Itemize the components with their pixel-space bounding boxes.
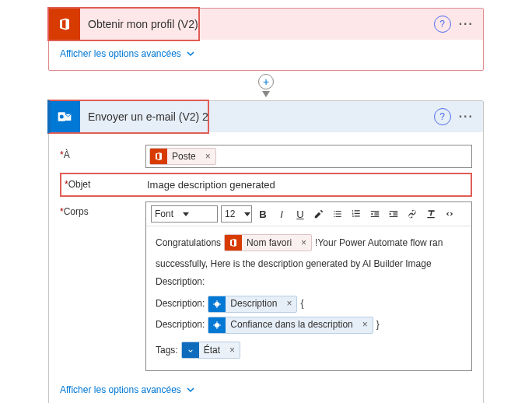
- token-confidence[interactable]: Confiance dans la description ×: [208, 317, 373, 334]
- numbered-list-button[interactable]: [348, 206, 364, 222]
- token-remove-icon[interactable]: ×: [282, 296, 296, 313]
- token-remove-icon[interactable]: ×: [201, 151, 215, 162]
- link-text: Afficher les options avancées: [60, 384, 181, 395]
- action-card-send-email: Envoyer un e-mail (V2) 2 ? ··· *À Poste …: [48, 100, 484, 403]
- token-remove-icon[interactable]: ×: [358, 317, 373, 334]
- svg-rect-4: [217, 307, 218, 308]
- link-text: Afficher les options avancées: [60, 48, 181, 59]
- token-poste[interactable]: Poste ×: [149, 148, 216, 165]
- token-etat[interactable]: État ×: [181, 342, 240, 359]
- svg-rect-5: [213, 303, 215, 304]
- token-remove-icon[interactable]: ×: [225, 342, 240, 359]
- svg-rect-10: [213, 324, 215, 325]
- ai-builder-icon: [208, 317, 226, 334]
- card-header[interactable]: Obtenir mon profil (V2) ? ···: [49, 9, 483, 40]
- highlight-box-subject: *Objet Image description generated: [60, 173, 472, 197]
- token-label: Poste: [167, 151, 201, 162]
- field-label: *À: [60, 145, 145, 160]
- format-paint-button[interactable]: [311, 206, 327, 222]
- bold-button[interactable]: B: [255, 206, 271, 222]
- font-family-select[interactable]: Font: [151, 205, 218, 223]
- arrow-down-icon: [262, 91, 270, 97]
- svg-rect-11: [219, 324, 221, 325]
- svg-point-2: [215, 302, 219, 307]
- link-button[interactable]: [404, 206, 420, 222]
- caret-down-icon: [183, 212, 189, 216]
- action-card-get-profile: Obtenir mon profil (V2) ? ··· Afficher l…: [48, 8, 484, 71]
- office-icon: [225, 234, 242, 251]
- chevron-down-icon: [186, 385, 195, 394]
- show-advanced-options-link[interactable]: Afficher les options avancées: [60, 48, 195, 59]
- help-icon[interactable]: ?: [434, 108, 451, 125]
- card-title: Envoyer un e-mail (V2) 2: [80, 110, 434, 123]
- token-label: Confiance dans la description: [226, 317, 357, 334]
- connector: +: [23, 74, 509, 97]
- more-menu-icon[interactable]: ···: [456, 110, 477, 124]
- caret-down-icon: [244, 212, 250, 216]
- subject-input[interactable]: Image description generated: [147, 176, 275, 194]
- italic-button[interactable]: I: [274, 206, 289, 222]
- font-size-select[interactable]: 12: [221, 205, 252, 223]
- show-advanced-options-link[interactable]: Afficher les options avancées: [60, 384, 195, 395]
- outdent-button[interactable]: [367, 206, 383, 222]
- clear-format-button[interactable]: [423, 206, 439, 222]
- indent-button[interactable]: [386, 206, 401, 222]
- ai-builder-icon: [208, 296, 226, 313]
- help-icon[interactable]: ?: [434, 16, 451, 33]
- editor-toolbar: Font 12 B I U: [146, 202, 471, 226]
- field-label: *Objet: [65, 176, 147, 190]
- to-input[interactable]: Poste ×: [145, 145, 472, 168]
- svg-point-7: [215, 323, 219, 328]
- state-icon: [182, 342, 199, 359]
- add-step-button[interactable]: +: [258, 74, 274, 89]
- field-row-body: *Corps Font 12 B I U: [60, 202, 472, 371]
- chevron-down-icon: [186, 49, 195, 58]
- svg-rect-3: [217, 300, 218, 302]
- card-header[interactable]: Envoyer un e-mail (V2) 2 ? ···: [49, 101, 483, 132]
- underline-button[interactable]: U: [292, 206, 308, 222]
- token-remove-icon[interactable]: ×: [296, 234, 311, 251]
- svg-rect-9: [217, 328, 218, 329]
- token-nom-favori[interactable]: Nom favori ×: [224, 234, 312, 251]
- svg-rect-8: [217, 321, 218, 323]
- field-label: *Corps: [60, 202, 145, 217]
- bullet-list-button[interactable]: [330, 206, 345, 222]
- svg-point-1: [60, 115, 64, 119]
- svg-rect-6: [219, 303, 221, 304]
- card-body: *À Poste × *Objet Image description gene…: [49, 132, 483, 403]
- token-label: Description: [226, 296, 282, 313]
- office-icon: [150, 148, 167, 165]
- field-row-to: *À Poste ×: [60, 145, 472, 168]
- card-title: Obtenir mon profil (V2): [80, 18, 434, 30]
- outlook-icon: [49, 101, 80, 132]
- field-row-subject: *Objet Image description generated: [65, 176, 467, 194]
- office-icon: [49, 9, 80, 40]
- rich-text-editor: Font 12 B I U: [145, 202, 472, 371]
- more-menu-icon[interactable]: ···: [456, 17, 477, 31]
- editor-content[interactable]: Congratulations Nom favori × !Your Power…: [146, 226, 471, 370]
- card-body: Afficher les options avancées: [49, 40, 483, 70]
- code-view-button[interactable]: [442, 206, 457, 222]
- token-description[interactable]: Description ×: [208, 296, 297, 313]
- token-label: État: [199, 342, 225, 359]
- token-label: Nom favori: [242, 234, 296, 251]
